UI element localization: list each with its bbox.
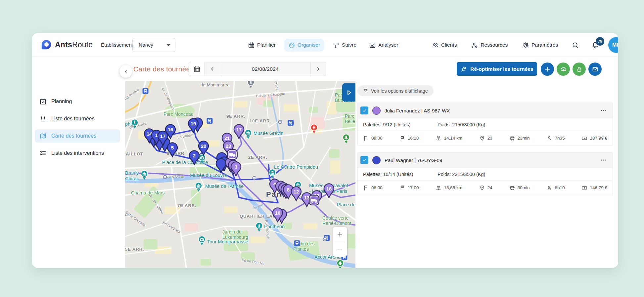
- tab-label: Organiser: [298, 42, 320, 48]
- stop-marker-16[interactable]: 16: [323, 183, 335, 200]
- route-stat-value: 23: [487, 136, 492, 141]
- tab-planifier[interactable]: Planifier: [244, 39, 280, 52]
- routes-map[interactable]: de MontmartrearbèsBd de la ChapelleAv.Pa…: [125, 81, 355, 268]
- route-card: Paul Wagner | 76-UYG-09Palettes: 10/14 (…: [357, 152, 613, 195]
- sidebar-item-planning[interactable]: Planning: [35, 95, 120, 108]
- stops-pin-icon: [479, 185, 485, 191]
- stop-marker-16[interactable]: 16: [165, 124, 176, 141]
- nav-ressources[interactable]: Ressources: [467, 39, 512, 52]
- current-date[interactable]: 02/08/2024: [220, 62, 310, 76]
- check-icon: [362, 108, 367, 113]
- expand-map-button[interactable]: [342, 83, 355, 102]
- date-navigator: 02/08/2024: [189, 62, 326, 76]
- nav-clients[interactable]: Clients: [428, 39, 461, 52]
- establishment-select[interactable]: Nancy: [132, 38, 175, 52]
- notifications-button[interactable]: 79: [588, 38, 602, 52]
- route-stat-value: 30min: [518, 185, 530, 190]
- cloud-download-icon: [560, 66, 567, 73]
- previous-day-button[interactable]: [205, 62, 220, 76]
- brand-name: AntsRoute: [55, 40, 93, 49]
- distance-road-icon: [436, 135, 441, 141]
- routes-panel: Voir les options d'affichage Julia Ferna…: [355, 81, 618, 268]
- route-card-header[interactable]: Paul Wagner | 76-UYG-09: [358, 152, 613, 168]
- top-navbar: AntsRoute Établissement Nancy PlanifierO…: [32, 33, 618, 57]
- calendar-icon: [248, 42, 255, 49]
- stop-marker-13[interactable]: 13: [301, 192, 312, 209]
- vehicle-icon: [509, 185, 515, 191]
- page-title: Carte des tournées: [133, 57, 194, 81]
- collapse-sidebar-button[interactable]: [119, 65, 132, 78]
- route-menu-button[interactable]: [600, 156, 607, 164]
- tab-label: Planifier: [257, 42, 276, 48]
- route-palettes: Palettes: 9/12 (Unités): [363, 122, 437, 127]
- stop-marker-17[interactable]: 17: [233, 124, 245, 141]
- route-checkbox[interactable]: [360, 106, 368, 114]
- sidebar-item-label: Carte des tournées: [51, 133, 96, 139]
- stop-marker-15[interactable]: 15: [311, 190, 322, 207]
- export-cloud-button[interactable]: [557, 63, 570, 76]
- lock-routes-button[interactable]: [573, 63, 586, 76]
- tab-analyser[interactable]: Analyser: [365, 39, 402, 52]
- route-stat: 08:00: [363, 185, 383, 191]
- route-stat-value: 17:00: [408, 185, 419, 190]
- tab-organiser[interactable]: Organiser: [284, 39, 324, 52]
- reoptimize-routes-button[interactable]: Ré-optimiser les tournées: [457, 62, 537, 76]
- svg-text:20: 20: [201, 143, 207, 149]
- route-menu-button[interactable]: [600, 107, 607, 114]
- display-options-button[interactable]: Voir les options d'affichage: [357, 85, 434, 96]
- route-stat-value: 16:18: [408, 136, 419, 141]
- notification-badge: 79: [596, 37, 604, 46]
- calendar-picker-button[interactable]: [189, 62, 205, 76]
- stop-marker-20[interactable]: 20: [198, 141, 209, 157]
- finish-flag-icon: [399, 135, 405, 141]
- resources-person-gear-icon: [471, 42, 478, 49]
- stop-marker-3[interactable]: 3: [230, 161, 242, 178]
- send-mail-button[interactable]: [588, 63, 602, 76]
- sidebar-item-liste-tournees[interactable]: Liste des tournées: [35, 112, 120, 125]
- driver-color-avatar: [372, 156, 381, 164]
- antsroute-logo: AntsRoute: [41, 39, 93, 50]
- route-stat: 146,79 €: [581, 185, 607, 191]
- zoom-in-button[interactable]: +: [333, 227, 347, 242]
- route-stat: 24: [479, 185, 492, 191]
- vehicle-icon: [509, 135, 515, 141]
- route-checkbox[interactable]: [360, 156, 368, 164]
- stop-marker-23[interactable]: 23: [223, 141, 234, 157]
- map-zoom-control: + −: [333, 227, 347, 257]
- user-avatar[interactable]: MH: [608, 37, 618, 53]
- sidebar-item-liste-interventions[interactable]: Liste des interventions: [35, 147, 120, 160]
- chevron-down-icon: [166, 44, 170, 46]
- cost-banknote-icon: [581, 135, 587, 141]
- more-options-icon: [600, 107, 607, 114]
- stop-marker-19[interactable]: 19: [188, 118, 199, 135]
- clients-people-icon: [432, 42, 439, 49]
- zoom-out-button[interactable]: −: [333, 242, 347, 257]
- add-button[interactable]: [541, 63, 554, 76]
- route-stat: 23: [479, 135, 492, 141]
- stop-marker-10[interactable]: 10: [272, 207, 283, 224]
- distance-road-icon: [436, 185, 441, 191]
- svg-text:21: 21: [224, 135, 230, 141]
- map-pin-icon: [39, 132, 47, 140]
- app-window: AntsRoute Établissement Nancy PlanifierO…: [32, 33, 618, 268]
- sidebar-item-label: Planning: [51, 99, 72, 105]
- route-card-header[interactable]: Julia Fernandez | AS-987-WX: [358, 103, 613, 118]
- rocket-icon: [460, 66, 467, 72]
- more-options-icon: [600, 156, 607, 164]
- route-stat-value: 08:00: [371, 136, 383, 141]
- nav-parametres[interactable]: Paramètres: [518, 39, 562, 52]
- route-stat-value: 24: [487, 185, 492, 190]
- stop-marker-12[interactable]: 12: [291, 186, 302, 203]
- route-stat: 17:00: [399, 185, 419, 191]
- route-load-row: Palettes: 9/12 (Unités)Poids: 2150/3000 …: [358, 118, 613, 131]
- tab-suivre[interactable]: Suivre: [329, 39, 360, 52]
- stop-marker-5[interactable]: 5: [167, 142, 178, 159]
- search-button[interactable]: [569, 38, 582, 52]
- left-sidebar: PlanningListe des tournéesCarte des tour…: [32, 81, 125, 268]
- toolbar: Carte des tournées 02/08/2024 Ré-optimis…: [32, 57, 618, 81]
- sidebar-item-label: Liste des tournées: [51, 116, 95, 122]
- sidebar-item-carte-tournees[interactable]: Carte des tournées: [35, 129, 120, 143]
- route-palettes: Palettes: 10/14 (Unités): [363, 172, 437, 177]
- next-day-button[interactable]: [310, 62, 326, 76]
- chevron-left-icon: [210, 66, 215, 71]
